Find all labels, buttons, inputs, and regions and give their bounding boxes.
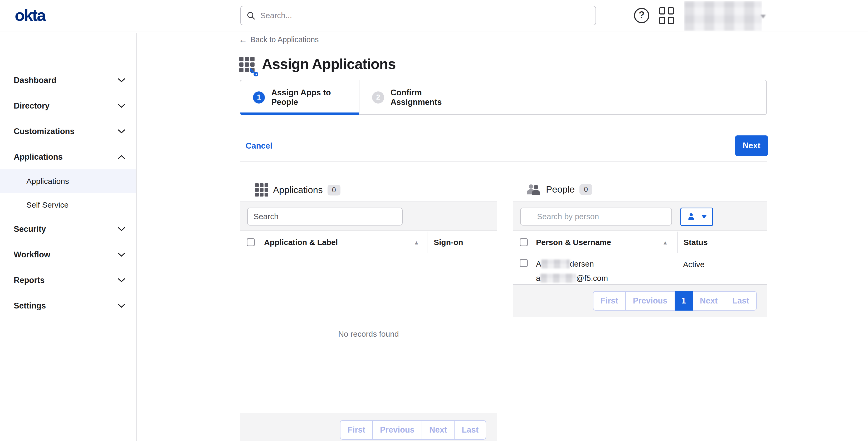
applications-table-footer: First Previous Next Last [240,413,497,441]
user-name-redacted [684,1,762,31]
sidebar-item-reports[interactable]: Reports [14,275,125,286]
page-title-row: Assign Applications [239,55,396,73]
back-to-applications-link[interactable]: ← Back to Applications [239,35,319,44]
column-sign-on: Sign-on [434,238,463,247]
chevron-down-icon [118,304,125,308]
global-search [240,6,596,25]
help-icon: ? [634,8,649,23]
help-button[interactable]: ? [633,7,650,24]
pagination-current-page[interactable]: 1 [675,291,693,311]
column-divider [677,231,678,253]
sidebar-subitem-self-service[interactable]: Self Service [0,193,136,217]
section-divider [240,161,767,161]
people-filter-dropdown-button[interactable] [680,208,713,226]
applications-search-input[interactable] [247,208,403,225]
people-icon [526,183,541,195]
chevron-down-icon [118,278,125,283]
pagination-last-button[interactable]: Last [455,420,486,440]
select-all-applications-checkbox[interactable] [247,238,255,246]
applications-count-badge: 0 [328,185,340,195]
column-application-label[interactable]: Application & Label [264,238,338,247]
apps-grid-icon [659,7,674,24]
page-title: Assign Applications [262,56,396,72]
pagination-previous-button[interactable]: Previous [626,291,675,311]
global-search-input[interactable] [260,11,590,20]
select-all-people-checkbox[interactable] [520,238,528,246]
active-step-underline [240,113,359,115]
column-status: Status [684,238,708,247]
person-status: Active [683,260,705,269]
chevron-down-icon [118,129,125,134]
person-icon [687,212,696,221]
pagination-next-button[interactable]: Next [422,420,455,440]
applications-pagination: First Previous Next Last [340,420,486,440]
caret-down-icon [702,215,707,219]
assign-applications-icon [239,57,255,73]
applications-grid-icon [255,183,268,196]
person-name-username: Adersen a@f5.com [536,257,608,285]
chevron-down-icon [118,78,125,83]
search-icon [246,11,256,20]
step-number-badge: 1 [253,91,265,103]
chevron-down-icon [118,252,125,257]
pagination-next-button[interactable]: Next [693,291,725,311]
sort-ascending-icon[interactable]: ▲ [662,240,668,246]
step-number-badge: 2 [372,91,384,103]
pagination-first-button[interactable]: First [593,291,626,311]
applications-panel-title: Applications 0 [255,183,340,196]
cancel-link[interactable]: Cancel [246,141,273,151]
apps-grid-button[interactable] [658,7,675,24]
okta-admin-console: okta ? Dashboard Directory Customiz [0,0,868,441]
back-arrow-icon: ← [239,36,247,44]
people-panel-title: People 0 [526,183,592,195]
people-panel: Person & Username ▲ Status Adersen a@f5.… [513,201,767,317]
sidebar-nav: Dashboard Directory Customizations Appli… [0,33,136,441]
column-divider [427,231,427,253]
chevron-up-icon [118,155,125,159]
people-count-badge: 0 [580,184,592,195]
applications-table-header: Application & Label ▲ Sign-on [240,231,497,253]
people-pagination: First Previous 1 Next Last [593,291,757,311]
redacted-name-segment [541,259,570,269]
okta-logo[interactable]: okta [15,6,45,25]
people-table-footer: First Previous 1 Next Last [513,284,767,317]
redacted-username-segment [540,274,576,283]
applications-panel: Application & Label ▲ Sign-on No records… [240,201,497,441]
next-button[interactable]: Next [735,135,768,156]
pagination-previous-button[interactable]: Previous [373,420,422,440]
sidebar-item-directory[interactable]: Directory [14,100,125,112]
sidebar-item-dashboard[interactable]: Dashboard [14,75,125,86]
step-tab-assign-apps[interactable]: 1 Assign Apps to People [240,80,360,114]
sidebar-item-applications[interactable]: Applications [14,152,125,162]
people-table-header: Person & Username ▲ Status [513,231,767,253]
wizard-steps: 1 Assign Apps to People 2 Confirm Assign… [240,80,767,115]
people-toolbar [513,202,767,231]
person-row-checkbox[interactable] [520,259,528,267]
pagination-last-button[interactable]: Last [725,291,757,311]
people-search-input[interactable] [520,208,672,225]
user-account-menu[interactable] [684,1,762,31]
user-menu-caret-icon [761,15,766,19]
applications-table-body: No records found [240,253,497,413]
column-person-username[interactable]: Person & Username [536,238,611,247]
sidebar-item-settings[interactable]: Settings [14,300,125,311]
sidebar-item-workflow[interactable]: Workflow [14,249,125,260]
sidebar-subitem-applications-selected[interactable]: Applications [0,169,136,193]
empty-state-text: No records found [240,329,497,339]
sidebar-item-security[interactable]: Security [14,224,125,235]
step-tab-confirm-assignments[interactable]: 2 Confirm Assignments [360,80,475,114]
pagination-first-button[interactable]: First [340,420,373,440]
sidebar-item-customizations[interactable]: Customizations [14,126,125,137]
chevron-down-icon [118,103,125,108]
applications-toolbar [240,202,497,231]
chevron-down-icon [118,227,125,231]
sort-ascending-icon[interactable]: ▲ [414,240,419,246]
people-table-row: Adersen a@f5.com Active [513,253,767,284]
topbar: okta ? [0,0,868,32]
